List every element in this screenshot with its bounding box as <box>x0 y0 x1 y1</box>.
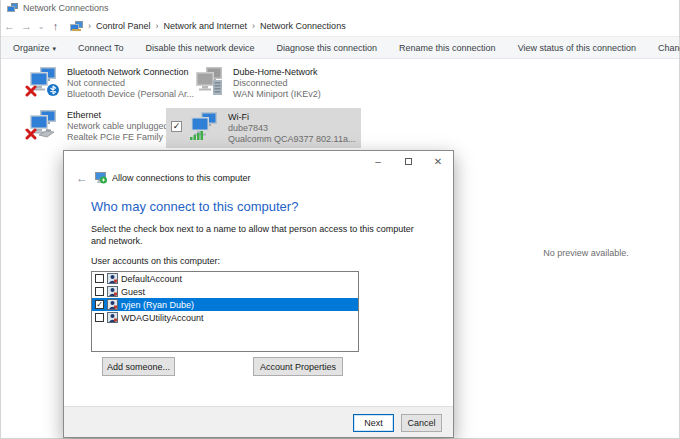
user-icon <box>107 273 118 284</box>
wan-connection-icon <box>191 66 227 97</box>
account-row-guest[interactable]: Guest <box>92 285 358 298</box>
rename-connection-button[interactable]: Rename this connection <box>388 43 507 53</box>
user-icon <box>107 312 118 323</box>
breadcrumb-separator: › <box>156 21 159 31</box>
back-icon[interactable]: ← <box>1 20 18 32</box>
connection-device: Bluetooth Device (Personal Ar... <box>67 89 194 100</box>
title-bar: Network Connections <box>1 0 679 16</box>
organize-button[interactable]: Organize▾ <box>1 43 67 53</box>
account-checkbox[interactable] <box>95 300 104 309</box>
dialog-description: Select the check box next to a name to a… <box>91 223 426 247</box>
account-name: Guest <box>121 287 145 297</box>
diagnose-connection-button[interactable]: Diagnose this connection <box>265 43 388 53</box>
breadcrumb-network-connections[interactable]: Network Connections <box>260 21 346 31</box>
user-accounts-listbox[interactable]: DefaultAccount Guest ryjen (Ryan Dube) W… <box>91 271 359 352</box>
connect-to-button[interactable]: Connect To <box>67 43 134 53</box>
account-name: ryjen (Ryan Dube) <box>121 300 194 310</box>
disable-device-button[interactable]: Disable this network device <box>134 43 265 53</box>
account-row-ryjen[interactable]: ryjen (Ryan Dube) <box>92 298 358 311</box>
connection-device: Qualcomm QCA9377 802.11a... <box>228 134 355 145</box>
connection-item-wifi[interactable]: ✓ Wi-Fi dube7843 Qualcomm QCA9377 802.11… <box>166 108 361 148</box>
account-checkbox[interactable] <box>95 274 104 283</box>
account-name: WDAGUtilityAccount <box>121 313 204 323</box>
navigation-bar: ← → ⌄ ↑ › Control Panel › Network and In… <box>1 16 679 37</box>
connection-name: Dube-Home-Network <box>233 67 321 78</box>
connection-device: WAN Miniport (IKEv2) <box>233 89 321 100</box>
ethernet-connection-icon <box>25 109 61 140</box>
user-icon <box>107 286 118 297</box>
accounts-list-label: User accounts on this computer: <box>91 256 220 266</box>
cancel-button[interactable]: Cancel <box>401 414 442 432</box>
breadcrumb-control-panel[interactable]: Control Panel <box>96 21 151 31</box>
maximize-icon[interactable] <box>393 151 423 171</box>
bluetooth-connection-icon <box>25 66 61 97</box>
account-row-defaultaccount[interactable]: DefaultAccount <box>92 272 358 285</box>
connection-name: Wi-Fi <box>228 112 355 123</box>
account-properties-button[interactable]: Account Properties <box>253 357 343 376</box>
command-toolbar: Organize▾ Connect To Disable this networ… <box>1 37 679 59</box>
wizard-icon <box>94 172 107 184</box>
caret-down-icon: ▾ <box>53 45 57 52</box>
dialog-header: ← Allow connections to this computer <box>76 171 251 185</box>
account-checkbox[interactable] <box>95 313 104 322</box>
forward-icon[interactable]: → <box>18 20 35 32</box>
up-icon[interactable]: ↑ <box>47 20 64 32</box>
wifi-connection-icon <box>186 111 222 142</box>
dialog-caption-buttons: – ✕ <box>363 151 453 171</box>
connection-name: Bluetooth Network Connection <box>67 67 194 78</box>
add-someone-button[interactable]: Add someone... <box>102 357 175 376</box>
recent-locations-icon[interactable]: ⌄ <box>35 22 47 31</box>
breadcrumb-separator: › <box>88 21 91 31</box>
item-checkbox[interactable]: ✓ <box>171 121 182 132</box>
connection-item-dube-home-network[interactable]: Dube-Home-Network Disconnected WAN Minip… <box>191 66 321 100</box>
dialog-title: Allow connections to this computer <box>112 173 251 183</box>
dialog-footer <box>64 406 453 437</box>
connection-status: Disconnected <box>233 78 321 89</box>
close-icon[interactable]: ✕ <box>423 151 453 171</box>
allow-connections-dialog: – ✕ ← Allow connections to this computer… <box>63 150 454 438</box>
next-button[interactable]: Next <box>353 414 394 432</box>
breadcrumb-separator: › <box>252 21 255 31</box>
location-icon <box>70 21 83 32</box>
connection-status: dube7843 <box>228 123 355 134</box>
dialog-back-icon[interactable]: ← <box>76 171 94 185</box>
address-bar[interactable]: › Control Panel › Network and Internet ›… <box>70 21 346 32</box>
user-icon <box>107 299 118 310</box>
change-settings-button[interactable]: Change settings of this connection <box>647 43 680 53</box>
dialog-heading: Who may connect to this computer? <box>91 199 298 214</box>
breadcrumb-network-and-internet[interactable]: Network and Internet <box>164 21 248 31</box>
account-row-wdagutilityaccount[interactable]: WDAGUtilityAccount <box>92 311 358 324</box>
connection-status: Not connected <box>67 78 194 89</box>
view-status-button[interactable]: View status of this connection <box>507 43 647 53</box>
account-name: DefaultAccount <box>121 274 182 284</box>
minimize-icon[interactable]: – <box>363 151 393 171</box>
account-checkbox[interactable] <box>95 287 104 296</box>
connection-item-bluetooth[interactable]: Bluetooth Network Connection Not connect… <box>25 66 194 100</box>
app-icon <box>7 3 18 13</box>
preview-pane-message: No preview available. <box>501 248 671 258</box>
window-title: Network Connections <box>23 3 109 13</box>
